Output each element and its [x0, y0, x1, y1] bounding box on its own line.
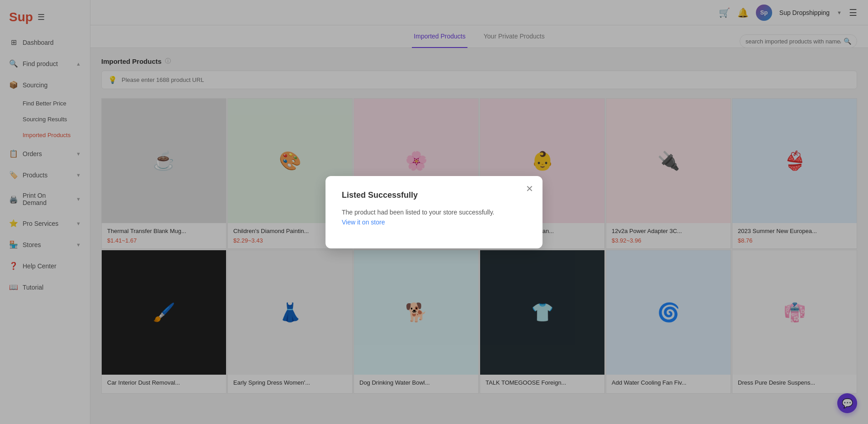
- modal-body-text: The product had been listed to your stor…: [342, 209, 494, 216]
- modal-close-button[interactable]: ✕: [526, 183, 533, 194]
- view-on-store-link[interactable]: View it on store: [342, 219, 385, 226]
- close-icon: ✕: [526, 184, 533, 194]
- modal-title: Listed Successfully: [342, 191, 526, 200]
- modal-body: The product had been listed to your stor…: [342, 207, 526, 228]
- modal-overlay[interactable]: ✕ Listed Successfully The product had be…: [0, 0, 868, 424]
- modal-dialog: ✕ Listed Successfully The product had be…: [326, 176, 542, 248]
